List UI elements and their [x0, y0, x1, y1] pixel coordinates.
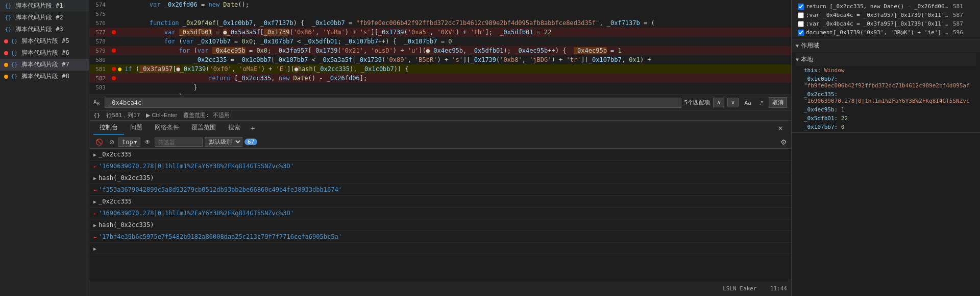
level-select[interactable]: 默认级别: [205, 137, 242, 147]
search-nav-down[interactable]: ∨: [727, 98, 739, 107]
scope-header[interactable]: ▼ 作用域: [792, 39, 980, 52]
local-scope-arrow: ▼: [796, 57, 799, 62]
breakpoint-checkbox-4[interactable]: [798, 30, 804, 36]
expand-arrow-4[interactable]: ▶: [93, 222, 96, 228]
line-content-578: for (var _0x107bb7 = 0x0; _0x107bb7 < _0…: [118, 38, 791, 45]
line-content-583: }: [118, 84, 791, 91]
bp-dot-582: [112, 76, 116, 80]
filter-input[interactable]: [158, 139, 199, 146]
breakpoint-text-2: ;var _0x4bca4c = _0x3fa957[_0x1739('0x11…: [806, 12, 949, 18]
clear-console-button[interactable]: 🚫: [93, 138, 105, 147]
breakpoint-text-1: return [_0x2cc335, new Date() - _0x26fd0…: [806, 3, 949, 10]
msg-text-2-child: 'f353a3679042899c5a8d93279cb0512db93bb2b…: [99, 186, 787, 193]
search-input-wrap: [105, 98, 681, 108]
right-panel: return [_0x2cc335, new Date() - _0x26fd0…: [791, 0, 980, 296]
console-message-4[interactable]: ▶ hash(_0x2cc335): [89, 219, 791, 231]
tab-network-conditions[interactable]: 网络条件: [149, 121, 185, 135]
context-selector[interactable]: top ▼: [118, 138, 140, 147]
run-button[interactable]: ▶ Ctrl+Enter: [146, 112, 177, 119]
scope-content: ▼ 本地 this: Window _0x1c0bb7: "fb9fe0ec00…: [792, 52, 980, 132]
breakpoint-text-3: ;var _0x4bca4c = _0x3fa957[_0x1739('0x11…: [806, 20, 949, 27]
expand-arrow-3[interactable]: ▶: [93, 199, 96, 204]
console-message-2-child[interactable]: ← 'f353a3679042899c5a8d93279cb0512db93bb…: [89, 184, 791, 196]
snippet-icon-2: {}: [4, 14, 12, 22]
context-label: top: [122, 139, 133, 146]
code-line-581: 581 ● if (_0x3fa957[●_0x1739('0xf0', 'oM…: [89, 64, 791, 74]
add-tab-button[interactable]: +: [247, 124, 259, 132]
msg-text-3-child: '1690639070.278|0|1hlIm1%2FaY6Y3B%2FKq8I…: [99, 210, 787, 217]
search-cancel[interactable]: 取消: [769, 97, 787, 108]
expand-arrow-2[interactable]: ▶: [93, 175, 96, 181]
breakpoint-text-4: document[_0x1739('0x93', '3R@K') + 'ie']…: [806, 29, 949, 36]
scope-0x4ec95b: _0x4ec95b: 1: [804, 105, 976, 114]
expand-child-arrow-4: ←: [93, 234, 96, 240]
eye-button[interactable]: 👁: [142, 138, 153, 147]
search-nav-up[interactable]: ∧: [713, 98, 724, 107]
console-message-3-child[interactable]: ← '1690639070.278|0|1hlIm1%2FaY6Y3B%2FKq…: [89, 208, 791, 219]
sidebar-item-5[interactable]: {} 脚本代码片段 #5: [0, 35, 89, 47]
console-message-3[interactable]: ▶ _0x2cc335: [89, 196, 791, 208]
scope-0x2cc335: _0x2cc335: "1690639070.278|0|1hlIm1%2FaY…: [804, 90, 976, 105]
sidebar-item-2[interactable]: {} 脚本代码片段 #2: [0, 12, 89, 24]
console-message-4-child[interactable]: ← '17bf4e39b6c5975e7f5482b9182a86008daa2…: [89, 231, 791, 243]
snippet-icon-7: {}: [10, 61, 18, 69]
breakpoint-checkbox-2[interactable]: [798, 12, 804, 18]
breakpoint-checkbox-3[interactable]: [798, 21, 804, 27]
search-toggle-regex[interactable]: .*: [757, 98, 766, 107]
msg-text-3: _0x2cc335: [99, 198, 787, 205]
line-num-574: 574: [89, 2, 110, 8]
code-scroll[interactable]: 574 var _0x26fd06 = new Date(); 575 576 …: [89, 0, 791, 95]
local-scope-header[interactable]: ▼ 本地: [796, 53, 976, 66]
expand-arrow-1[interactable]: ▶: [93, 152, 96, 157]
sidebar-item-3[interactable]: {} 脚本代码片段 #3: [0, 24, 89, 35]
sidebar-label-5: 脚本代码片段 #5: [21, 37, 69, 45]
sidebar-item-1[interactable]: {} 脚本代码片段 #1: [0, 0, 89, 12]
breakpoint-item-2[interactable]: ;var _0x4bca4c = _0x3fa957[_0x1739('0x11…: [795, 11, 977, 19]
tab-search[interactable]: 搜索: [222, 121, 247, 135]
close-panel-button[interactable]: ×: [774, 123, 787, 133]
scope-0x5dfb01: _0x5dfb01: 22: [804, 114, 976, 123]
snippet-icon-5: {}: [10, 37, 18, 45]
tab-issues[interactable]: 问题: [124, 121, 149, 135]
tab-coverage[interactable]: 覆盖范围: [185, 121, 222, 135]
search-input[interactable]: [108, 99, 677, 106]
breakpoint-line-3: 587: [953, 20, 963, 27]
console-messages[interactable]: ▶ _0x2cc335 ← '1690639070.278|0|1hlIm1%2…: [89, 149, 791, 281]
console-message-1-child[interactable]: ← '1690639070.278|0|1hlIm1%2FaY6Y3B%2FKq…: [89, 161, 791, 172]
sidebar-item-7[interactable]: {} 脚本代码片段 #7: [0, 59, 89, 71]
line-num-581: 581: [89, 66, 110, 73]
bottom-tabs: 控制台 问题 网络条件 覆盖范围 搜索 + ×: [89, 120, 791, 135]
msg-text-4-child: '17bf4e39b6c5975e7f5482b9182a86008daa25c…: [99, 233, 787, 240]
message-count-badge: 67: [244, 139, 257, 145]
bp-empty-574: [112, 3, 116, 7]
line-num-577: 577: [89, 29, 110, 36]
console-message-2[interactable]: ▶ hash(_0x2cc335): [89, 172, 791, 184]
time-label: 11:44: [770, 285, 787, 292]
stop-on-error-button[interactable]: ⊘: [107, 138, 116, 147]
filter-input-wrap: [155, 138, 203, 147]
sidebar-item-6[interactable]: {} 脚本代码片段 #6: [0, 47, 89, 59]
sidebar-item-8[interactable]: {} 脚本代码片段 #8: [0, 71, 89, 82]
breakpoint-checkbox-1[interactable]: [798, 4, 804, 10]
breakpoint-item-3[interactable]: ;var _0x4bca4c = _0x3fa957[_0x1739('0x11…: [795, 19, 977, 28]
line-column-info: 行581，列17: [106, 111, 140, 119]
line-content-584: }: [118, 93, 791, 95]
console-message-1[interactable]: ▶ _0x2cc335: [89, 149, 791, 161]
bp-empty-575: [112, 12, 116, 16]
prompt-arrow: ▶: [93, 246, 96, 252]
breakpoint-item-4[interactable]: document[_0x1739('0x93', '3R@K') + 'ie']…: [795, 28, 977, 37]
line-num-578: 578: [89, 38, 110, 45]
search-toggle-aa[interactable]: Aa: [742, 98, 753, 107]
settings-button[interactable]: ⚙: [780, 138, 787, 146]
console-prompt[interactable]: ▶: [89, 243, 791, 254]
bp-empty-576: [112, 21, 116, 25]
code-line-584: 584 }: [89, 92, 791, 95]
tab-console[interactable]: 控制台: [93, 121, 124, 135]
breakpoint-item-1[interactable]: return [_0x2cc335, new Date() - _0x26fd0…: [795, 2, 977, 11]
line-content-576: function _0x29f4ef(_0x1c0bb7, _0xf7137b)…: [118, 19, 791, 27]
breakpoint-dot-8: [4, 75, 8, 79]
sidebar-label-7: 脚本代码片段 #7: [21, 60, 69, 69]
breakpoint-dot-6: [4, 51, 8, 55]
bp-dot-579: [112, 49, 116, 53]
bp-empty-578: [112, 39, 116, 43]
